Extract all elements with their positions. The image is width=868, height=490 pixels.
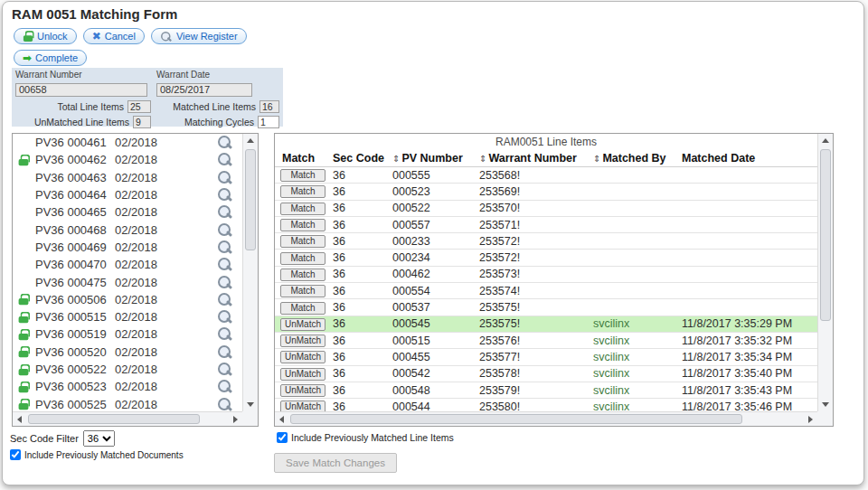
match-button[interactable]: Match — [280, 235, 326, 248]
document-row[interactable]: PV36 00046102/2018 — [13, 134, 242, 151]
document-row[interactable]: PV36 00052002/2018 — [13, 344, 242, 361]
scrollbar-thumb[interactable] — [820, 149, 831, 321]
document-row[interactable]: PV36 00046502/2018 — [13, 203, 242, 221]
magnifier-icon[interactable] — [217, 152, 233, 167]
unmatch-button[interactable]: UnMatch — [280, 400, 326, 411]
magnifier-icon[interactable] — [217, 309, 233, 325]
toolbar-row2: ➡ Complete — [14, 49, 87, 66]
unmatched-line-items-label: UnMatched Line Items — [34, 117, 129, 127]
line-items-horizontal-scrollbar[interactable] — [275, 411, 817, 426]
line-item-row: UnMatch36000545253575!svcilinx11/8/2017 … — [275, 316, 817, 333]
magnifier-icon[interactable] — [217, 344, 233, 360]
include-matched-line-items-checkbox[interactable] — [277, 432, 288, 443]
warrant-number-cell: 253573! — [479, 268, 593, 280]
match-button[interactable]: Match — [280, 252, 326, 265]
unmatch-button[interactable]: UnMatch — [280, 384, 326, 397]
scroll-down-arrow[interactable] — [243, 398, 258, 411]
scrollbar-track[interactable] — [243, 147, 258, 398]
documents-horizontal-scrollbar[interactable] — [13, 411, 242, 426]
scroll-up-arrow[interactable] — [243, 134, 258, 147]
column-header-matched-by[interactable]: ⇕Matched By — [593, 152, 682, 165]
magnifier-icon[interactable] — [217, 240, 233, 255]
document-row[interactable]: PV36 00047002/2018 — [13, 256, 242, 273]
magnifier-icon[interactable] — [217, 170, 233, 185]
unmatch-button[interactable]: UnMatch — [280, 318, 326, 331]
document-id: PV36 000462 — [35, 153, 115, 166]
scroll-down-arrow[interactable] — [818, 398, 833, 411]
match-button[interactable]: Match — [280, 185, 326, 198]
total-line-items-label: Total Line Items — [57, 101, 124, 112]
magnifier-icon[interactable] — [217, 292, 233, 307]
documents-vertical-scrollbar[interactable] — [242, 134, 258, 411]
scrollbar-track[interactable] — [288, 412, 804, 426]
document-row[interactable]: PV36 00046402/2018 — [13, 186, 242, 203]
match-button[interactable]: Match — [280, 285, 326, 297]
magnifier-icon[interactable] — [217, 379, 233, 394]
pv-number-cell: 000554 — [392, 285, 479, 297]
warrant-number-cell: 253572! — [479, 235, 593, 248]
scrollbar-track[interactable] — [26, 412, 229, 426]
scroll-left-arrow[interactable] — [13, 412, 26, 426]
document-row[interactable]: PV36 00046802/2018 — [13, 221, 242, 238]
line-item-row: Match36000522253570! — [275, 201, 817, 217]
scroll-right-arrow[interactable] — [804, 412, 817, 426]
matched-by-cell: svcilinx — [593, 317, 682, 330]
warrant-number-cell: 253568! — [479, 169, 593, 182]
document-row[interactable]: PV36 00052202/2018 — [13, 361, 242, 378]
match-button[interactable]: Match — [280, 169, 326, 182]
unmatch-button[interactable]: UnMatch — [280, 368, 326, 381]
document-row[interactable]: PV36 00051502/2018 — [13, 308, 242, 325]
document-row[interactable]: PV36 00051902/2018 — [13, 325, 242, 343]
column-header-pv-number[interactable]: ⇕PV Number — [392, 152, 479, 165]
unmatch-button[interactable]: UnMatch — [280, 351, 326, 363]
document-row[interactable]: PV36 00047502/2018 — [13, 273, 242, 290]
column-header-warrant-number[interactable]: ⇕Warrant Number — [479, 152, 593, 165]
scrollbar-thumb[interactable] — [245, 149, 256, 250]
scroll-left-arrow[interactable] — [275, 412, 288, 426]
include-matched-documents-checkbox[interactable] — [10, 449, 21, 460]
document-date: 02/2018 — [115, 258, 171, 271]
magnifier-icon[interactable] — [217, 275, 233, 290]
match-button[interactable]: Match — [280, 302, 326, 315]
magnifier-icon[interactable] — [217, 257, 233, 272]
document-row[interactable]: PV36 00046902/2018 — [13, 239, 242, 256]
magnifier-icon[interactable] — [217, 222, 233, 238]
sec-code-filter-select[interactable]: 36 — [83, 430, 115, 447]
match-button[interactable]: Match — [280, 203, 326, 215]
magnifier-icon[interactable] — [217, 397, 233, 411]
save-match-changes-button[interactable]: Save Match Changes — [274, 453, 397, 473]
magnifier-icon[interactable] — [217, 187, 233, 203]
document-row[interactable]: PV36 00050602/2018 — [13, 291, 242, 308]
complete-button[interactable]: ➡ Complete — [14, 50, 87, 66]
scrollbar-corner — [817, 411, 833, 426]
warrant-number-cell: 253574! — [479, 285, 593, 297]
warrant-number-cell: 253580! — [479, 400, 593, 411]
scrollbar-track[interactable] — [818, 147, 833, 398]
document-date: 02/2018 — [115, 223, 171, 237]
document-row[interactable]: PV36 00052502/2018 — [13, 395, 242, 411]
column-header-label: Sec Code — [333, 152, 384, 165]
magnifier-icon[interactable] — [217, 326, 233, 342]
view-register-button[interactable]: View Register — [151, 28, 247, 44]
cancel-button[interactable]: ✖ Cancel — [83, 28, 145, 44]
magnifier-icon[interactable] — [217, 135, 233, 150]
line-item-row: UnMatch36000548253579!svcilinx11/8/2017 … — [275, 382, 817, 399]
magnifier-icon — [160, 31, 173, 42]
scroll-right-arrow[interactable] — [229, 412, 242, 426]
unmatch-button[interactable]: UnMatch — [280, 335, 326, 347]
magnifier-icon[interactable] — [217, 362, 233, 377]
matching-cycles-input[interactable] — [258, 116, 279, 128]
scrollbar-thumb[interactable] — [290, 414, 742, 424]
line-items-vertical-scrollbar[interactable] — [817, 134, 833, 411]
match-button[interactable]: Match — [280, 219, 326, 231]
document-row[interactable]: PV36 00052302/2018 — [13, 378, 242, 395]
document-row[interactable]: PV36 00046302/2018 — [13, 169, 242, 186]
sec-code-cell: 36 — [333, 367, 392, 380]
warrant-number-cell: 253572! — [479, 251, 593, 264]
magnifier-icon[interactable] — [217, 204, 233, 220]
unlock-button[interactable]: Unlock — [14, 28, 77, 44]
scrollbar-thumb[interactable] — [28, 414, 200, 424]
match-button[interactable]: Match — [280, 269, 326, 281]
scroll-up-arrow[interactable] — [818, 134, 833, 147]
document-row[interactable]: PV36 00046202/2018 — [13, 151, 242, 168]
